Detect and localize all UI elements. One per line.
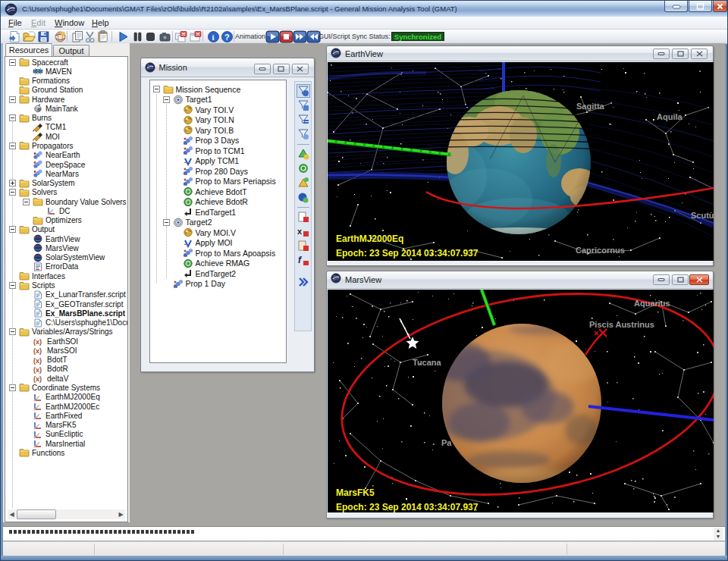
svg-text:Pa: Pa xyxy=(441,438,452,447)
svg-text:(x): (x) xyxy=(33,375,42,383)
svg-text:Epoch: 23 Sep 2014 03:34:07.93: Epoch: 23 Sep 2014 03:34:07.937 xyxy=(336,248,479,259)
svg-text:Capricornus: Capricornus xyxy=(576,246,625,255)
svg-text:Aquila: Aquila xyxy=(657,112,682,121)
svg-text:(x): (x) xyxy=(33,347,42,355)
svg-text:x: x xyxy=(297,227,303,236)
svg-text:Scutum: Scutum xyxy=(691,211,714,220)
svg-text:MarsFK5: MarsFK5 xyxy=(336,487,375,498)
svg-text:Aquarius: Aquarius xyxy=(634,299,670,308)
svg-text:i: i xyxy=(212,33,214,42)
svg-text:Epoch: 23 Sep 2014 03:34:07.93: Epoch: 23 Sep 2014 03:34:07.937 xyxy=(336,502,479,512)
svg-text:(x): (x) xyxy=(33,365,42,373)
svg-text:f: f xyxy=(298,255,302,265)
svg-text:Piscis Austrinus: Piscis Austrinus xyxy=(589,320,654,329)
svg-text:(x): (x) xyxy=(33,356,42,364)
svg-text:Sagitta: Sagitta xyxy=(576,102,605,111)
svg-text:(x): (x) xyxy=(33,338,42,346)
svg-text:EarthMJ2000Eq: EarthMJ2000Eq xyxy=(336,233,403,244)
svg-text:Tucana: Tucana xyxy=(413,358,442,367)
svg-text:?: ? xyxy=(224,33,230,42)
